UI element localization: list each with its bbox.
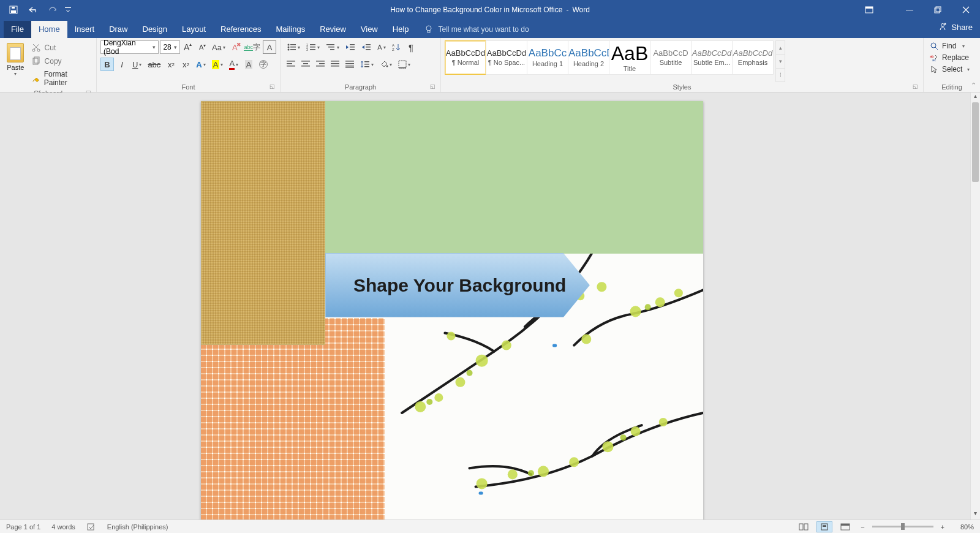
outdent-icon	[345, 43, 355, 51]
asian-layout-button[interactable]: A▾	[375, 40, 388, 54]
tab-draw[interactable]: Draw	[102, 21, 135, 38]
highlight-button[interactable]: A▾	[209, 58, 226, 71]
clear-formatting-button[interactable]: A✖	[228, 40, 241, 54]
decrease-indent-button[interactable]	[343, 40, 358, 54]
language-indicator[interactable]: English (Philippines)	[107, 523, 168, 531]
align-center-button[interactable]	[299, 58, 312, 71]
style-normal[interactable]: AaBbCcDd¶ Normal	[445, 40, 486, 75]
zoom-out-button[interactable]: −	[858, 523, 867, 531]
tab-home[interactable]: Home	[31, 21, 67, 38]
indent-icon	[361, 43, 371, 51]
style-subtle-emphasis[interactable]: AaBbCcDdSubtle Em...	[691, 40, 733, 75]
styles-launcher[interactable]: ◱	[913, 83, 918, 89]
show-marks-button[interactable]: ¶	[404, 40, 418, 54]
save-button[interactable]	[5, 1, 22, 18]
phonetic-guide-button[interactable]: abc字	[243, 40, 262, 54]
select-button[interactable]: Select▾	[927, 64, 976, 75]
qat-customize-button[interactable]	[64, 1, 72, 18]
styles-scroll-down[interactable]: ▾	[776, 55, 785, 68]
maximize-button[interactable]	[924, 0, 952, 20]
svg-point-78	[477, 478, 488, 489]
style-emphasis[interactable]: AaBbCcDdEmphasis	[732, 40, 774, 75]
style-heading-1[interactable]: AaBbCcHeading 1	[527, 40, 568, 75]
web-layout-button[interactable]	[837, 521, 853, 532]
tab-insert[interactable]: Insert	[67, 21, 102, 38]
undo-button[interactable]	[24, 1, 42, 18]
zoom-slider-handle[interactable]	[901, 523, 905, 530]
superscript-button[interactable]: x2	[179, 58, 192, 71]
distributed-button[interactable]	[343, 58, 356, 71]
scroll-thumb[interactable]	[972, 102, 979, 182]
underline-button[interactable]: U▾	[130, 58, 144, 71]
ribbon-display-options-button[interactable]	[855, 0, 883, 20]
close-button[interactable]	[952, 0, 980, 20]
document-canvas[interactable]: Shape Your Background	[0, 93, 970, 520]
bullets-button[interactable]: ▾	[284, 40, 303, 54]
increase-indent-button[interactable]	[359, 40, 374, 54]
tab-view[interactable]: View	[353, 21, 385, 38]
paint-bucket-icon	[380, 60, 388, 69]
tab-review[interactable]: Review	[312, 21, 353, 38]
redo-button[interactable]	[44, 1, 61, 18]
italic-button[interactable]: I	[115, 58, 129, 71]
collapse-ribbon-button[interactable]: ⌃	[971, 81, 976, 89]
font-name-combo[interactable]: DengXian (Bod▾	[100, 40, 159, 54]
scroll-up-button[interactable]: ▴	[971, 93, 980, 102]
find-button[interactable]: Find▾	[927, 40, 976, 51]
tab-file[interactable]: File	[4, 21, 31, 38]
strikethrough-button[interactable]: abc	[145, 58, 163, 71]
shading-button[interactable]: ▾	[377, 58, 394, 71]
copy-button[interactable]: Copy	[29, 55, 92, 67]
tab-design[interactable]: Design	[135, 21, 175, 38]
borders-button[interactable]: ▾	[396, 58, 413, 71]
svg-point-70	[447, 331, 455, 340]
tab-references[interactable]: References	[213, 21, 268, 38]
tab-layout[interactable]: Layout	[175, 21, 213, 38]
zoom-percent[interactable]: 80%	[952, 523, 974, 531]
justify-button[interactable]	[328, 58, 342, 71]
subscript-button[interactable]: x2	[164, 58, 178, 71]
paragraph-launcher[interactable]: ◱	[430, 83, 435, 89]
paste-button[interactable]: Paste ▾	[4, 40, 28, 88]
line-spacing-button[interactable]: ▾	[358, 58, 376, 71]
shrink-font-button[interactable]: A▾	[196, 40, 209, 54]
tell-me-search[interactable]: Tell me what you want to do	[417, 21, 537, 38]
styles-expand[interactable]: ⁞	[776, 69, 785, 81]
sort-button[interactable]: AZ	[390, 40, 403, 54]
page-indicator[interactable]: Page 1 of 1	[6, 523, 40, 531]
vertical-scrollbar[interactable]: ▴ ▾	[970, 93, 980, 520]
font-size-combo[interactable]: 28▾	[160, 40, 179, 54]
style-title[interactable]: AaBTitle	[609, 40, 650, 75]
font-color-button[interactable]: A▾	[227, 58, 241, 71]
change-case-button[interactable]: Aa▾	[211, 40, 227, 54]
font-launcher[interactable]: ◱	[270, 83, 275, 89]
style-no-spacing[interactable]: AaBbCcDd¶ No Spac...	[486, 40, 527, 75]
zoom-in-button[interactable]: +	[938, 523, 947, 531]
enclose-characters-button[interactable]: 字	[257, 58, 270, 71]
character-border-button[interactable]: A	[263, 40, 276, 54]
numbering-button[interactable]: 123▾	[304, 40, 322, 54]
style-subtitle[interactable]: AaBbCcDSubtitle	[650, 40, 692, 75]
scroll-down-button[interactable]: ▾	[971, 510, 980, 520]
align-left-button[interactable]	[284, 58, 298, 71]
zoom-slider[interactable]	[872, 526, 933, 527]
read-mode-button[interactable]	[796, 521, 812, 532]
grow-font-button[interactable]: A▴	[181, 40, 195, 54]
tab-help[interactable]: Help	[385, 21, 417, 38]
print-layout-button[interactable]	[816, 521, 832, 532]
text-effects-button[interactable]: A▾	[194, 58, 208, 71]
bold-button[interactable]: B	[100, 58, 114, 71]
character-shading-button[interactable]: A	[242, 58, 255, 71]
format-painter-button[interactable]: Format Painter	[29, 69, 92, 88]
word-count[interactable]: 4 words	[51, 523, 75, 531]
multilevel-list-button[interactable]: ▾	[323, 40, 342, 54]
style-heading-2[interactable]: AaBbCcDHeading 2	[568, 40, 609, 75]
minimize-button[interactable]	[895, 0, 924, 20]
spell-check-icon[interactable]	[86, 523, 96, 531]
share-button[interactable]: Share	[938, 22, 973, 32]
cut-button[interactable]: Cut	[29, 42, 92, 54]
styles-scroll-up[interactable]: ▴	[776, 41, 785, 55]
tab-mailings[interactable]: Mailings	[269, 21, 313, 38]
replace-button[interactable]: abacReplace	[927, 52, 976, 63]
align-right-button[interactable]	[314, 58, 327, 71]
